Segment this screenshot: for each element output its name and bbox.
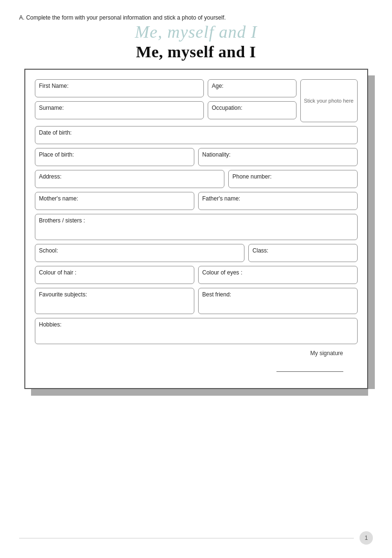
form-outer: First Name: Age: Surname: Occupation:	[24, 69, 368, 389]
bottom-bar: 1	[0, 531, 392, 545]
phone-field[interactable]: Phone number:	[228, 170, 358, 188]
photo-label: Stick your photo here	[304, 98, 354, 104]
page: A. Complete the form with your personal …	[0, 0, 392, 558]
signature-line	[276, 371, 343, 372]
age-field[interactable]: Age:	[208, 79, 297, 97]
school-field[interactable]: School:	[35, 244, 244, 262]
age-label: Age:	[212, 83, 224, 89]
eye-colour-field[interactable]: Colour of eyes :	[198, 266, 358, 284]
instruction-text: A. Complete the form with your personal …	[19, 14, 373, 21]
fathers-name-label: Father's name:	[202, 195, 241, 202]
row-parents: Mother's name: Father's name:	[35, 192, 358, 210]
siblings-label: Brothers / sisters :	[39, 217, 85, 224]
main-title: Me, myself and I	[19, 43, 373, 61]
row-pob-nat: Place of birth: Nationality:	[35, 148, 358, 166]
row-siblings: Brothers / sisters :	[35, 214, 358, 240]
watermark-title: Me, myself and I	[19, 23, 373, 42]
row-colours: Colour of hair : Colour of eyes :	[35, 266, 358, 284]
instruction-label: A. Complete the form with your personal …	[19, 14, 226, 21]
fav-subjects-label: Favourite subjects:	[39, 291, 87, 298]
mothers-name-field[interactable]: Mother's name:	[35, 192, 194, 210]
occupation-label: Occupation:	[212, 105, 243, 111]
hair-colour-label: Colour of hair :	[39, 269, 77, 276]
hobbies-label: Hobbies:	[39, 321, 62, 328]
siblings-field[interactable]: Brothers / sisters :	[35, 214, 358, 240]
row-fav-friend: Favourite subjects: Best friend:	[35, 288, 358, 314]
page-number: 1	[360, 531, 373, 545]
signature-label: My signature	[35, 350, 343, 357]
surname-label: Surname:	[39, 105, 64, 111]
class-field[interactable]: Class:	[248, 244, 358, 262]
pob-label: Place of birth:	[39, 151, 74, 158]
photo-area: Stick your photo here	[300, 79, 358, 122]
row-school: School: Class:	[35, 244, 358, 262]
pob-field[interactable]: Place of birth:	[35, 148, 194, 166]
fathers-name-field[interactable]: Father's name:	[198, 192, 358, 210]
occupation-field[interactable]: Occupation:	[208, 101, 297, 119]
dob-label: Date of birth:	[39, 129, 72, 136]
mothers-name-label: Mother's name:	[39, 195, 78, 202]
signature-area: My signature	[35, 350, 358, 374]
first-name-field[interactable]: First Name:	[35, 79, 204, 97]
form-box: First Name: Age: Surname: Occupation:	[24, 69, 368, 389]
address-label: Address:	[39, 173, 62, 180]
hobbies-field[interactable]: Hobbies:	[35, 318, 358, 344]
address-field[interactable]: Address:	[35, 170, 224, 188]
best-friend-field[interactable]: Best friend:	[198, 288, 358, 314]
row-dob: Date of birth:	[35, 126, 358, 144]
row-hobbies: Hobbies:	[35, 318, 358, 344]
school-label: School:	[39, 247, 58, 254]
row-addr-phone: Address: Phone number:	[35, 170, 358, 188]
nationality-label: Nationality:	[202, 151, 231, 158]
shadow-bottom	[31, 389, 368, 396]
class-label: Class:	[253, 247, 268, 254]
dob-field[interactable]: Date of birth:	[35, 126, 358, 144]
fav-subjects-field[interactable]: Favourite subjects:	[35, 288, 194, 314]
nationality-field[interactable]: Nationality:	[198, 148, 358, 166]
shadow-right	[368, 75, 375, 389]
surname-field[interactable]: Surname:	[35, 101, 204, 119]
bottom-line	[19, 538, 354, 538]
hair-colour-field[interactable]: Colour of hair :	[35, 266, 194, 284]
best-friend-label: Best friend:	[202, 291, 232, 298]
eye-colour-label: Colour of eyes :	[202, 269, 243, 276]
phone-label: Phone number:	[233, 173, 272, 180]
first-name-label: First Name:	[39, 83, 69, 89]
